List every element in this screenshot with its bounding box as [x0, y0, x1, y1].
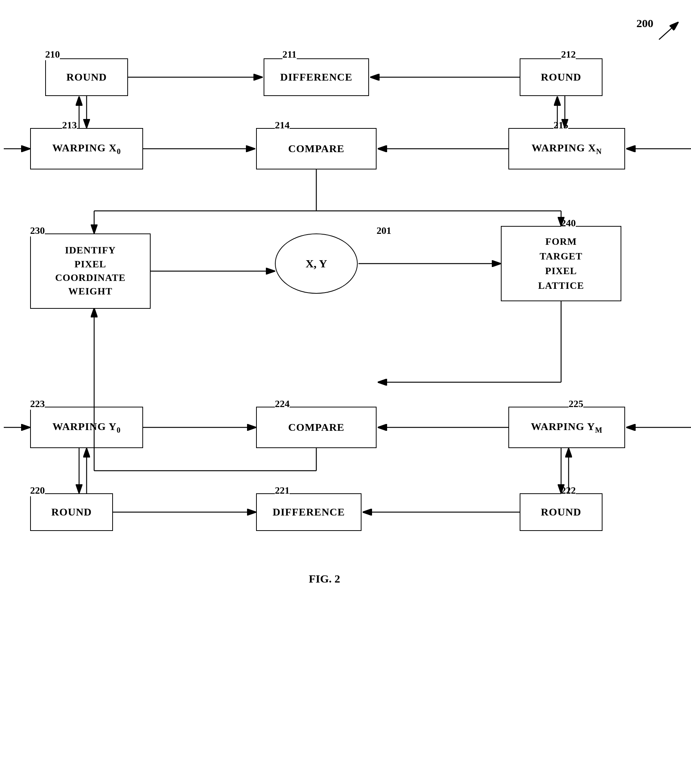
box-compare-224: COMPARE	[256, 407, 377, 448]
ref-201: 201	[377, 225, 391, 237]
box-round-210: ROUND	[45, 58, 128, 96]
box-round-222: ROUND	[520, 493, 602, 531]
box-difference-211: DIFFERENCE	[263, 58, 369, 96]
ref-223: 223	[30, 399, 45, 410]
box-form-target-240: FORM TARGET PIXEL LATTICE	[501, 226, 621, 301]
ref-224: 224	[275, 399, 290, 410]
ref-221: 221	[275, 485, 290, 496]
box-compare-214: COMPARE	[256, 128, 377, 170]
ref-222: 222	[561, 485, 576, 496]
ref-220: 220	[30, 485, 45, 496]
box-difference-221: DIFFERENCE	[256, 493, 362, 531]
ref-200: 200	[637, 17, 653, 30]
ellipse-xy-201: X, Y	[275, 234, 358, 294]
diagram: 200 ROUND 210 DIFFERENCE 211 ROUND 212 W…	[0, 0, 691, 784]
box-round-220: ROUND	[30, 493, 113, 531]
box-warping-y0: WARPING Y0	[30, 407, 143, 448]
ref-215: 215	[554, 120, 568, 131]
ref-225: 225	[569, 399, 583, 410]
box-identify-230: IDENTIFY PIXEL COORDINATE WEIGHT	[30, 234, 151, 309]
ref-210: 210	[45, 49, 60, 60]
box-warping-x0: WARPING X0	[30, 128, 143, 170]
ref-211: 211	[283, 49, 297, 60]
arrows-svg	[0, 0, 691, 784]
box-round-212: ROUND	[520, 58, 602, 96]
box-warping-ym: WARPING YM	[508, 407, 625, 448]
box-warping-xn: WARPING XN	[508, 128, 625, 170]
ref-212: 212	[561, 49, 576, 60]
ref-213: 213	[62, 120, 77, 131]
ref-230: 230	[30, 225, 45, 237]
ref-240: 240	[561, 217, 576, 229]
svg-line-34	[659, 23, 678, 40]
ref-214: 214	[275, 120, 290, 131]
figure-title: FIG. 2	[309, 572, 340, 585]
